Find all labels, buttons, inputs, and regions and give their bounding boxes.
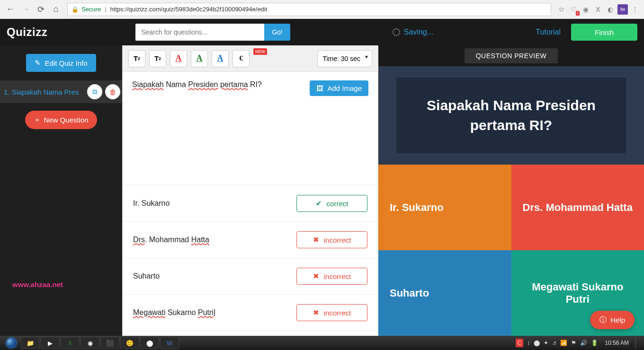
url-text: https://quizizz.com/quiz/5983de0c294b2f1… — [110, 6, 268, 13]
tray-icon[interactable]: C — [516, 339, 524, 347]
lock-icon: 🔒 — [72, 6, 79, 13]
back-button[interactable]: ← — [4, 3, 17, 16]
superscript-button[interactable]: T2 — [128, 50, 145, 67]
preview-header: QUESTION PREVIEW — [378, 45, 644, 66]
tray-signal-icon[interactable]: 📶 — [560, 340, 567, 346]
search-input[interactable] — [135, 24, 264, 41]
plus-icon: ＋ — [34, 115, 41, 124]
ext-icon-x[interactable]: X — [593, 4, 603, 15]
go-button[interactable]: Go! — [264, 24, 290, 41]
main-layout: ✎ Edit Quiz Info 1. Siapakah Nama Pres ⧉… — [0, 45, 644, 336]
search-wrap: Go! — [135, 24, 290, 41]
add-image-button[interactable]: 🖼 Add Image — [310, 80, 368, 96]
question-text[interactable]: Siapakah Nama Presiden pertama RI? — [132, 80, 262, 176]
answer-row: Suharto✖incorrect — [123, 258, 378, 295]
subscript-button[interactable]: T2 — [149, 50, 166, 67]
edit-quiz-info-button[interactable]: ✎ Edit Quiz Info — [26, 54, 96, 72]
tray-volume-icon[interactable]: 🔊 — [580, 340, 587, 346]
taskbar-clock[interactable]: 10:56 AM — [602, 340, 632, 346]
finish-button[interactable]: Finish — [571, 24, 637, 41]
tray-icon[interactable]: ♬ — [552, 340, 556, 346]
saving-indicator: Saving... — [393, 28, 433, 36]
x-icon: ✖ — [313, 236, 319, 244]
preview-option-c: Suharto — [378, 250, 511, 336]
question-editor: T2 T2 A A A € NEW Time: 30 sec Siapakah … — [122, 45, 378, 336]
tutorial-link[interactable]: Tutorial — [536, 28, 561, 36]
tray-icon[interactable]: ⬤ — [534, 340, 540, 346]
browser-chrome: ← → ⟳ ⌂ 🔒 Secure | https://quizizz.com/q… — [0, 0, 644, 19]
forward-button[interactable]: → — [19, 3, 32, 16]
windows-taskbar: 📁 ▶ X ◉ ⬛ 🙂 ⬤ W C ↕ ⬤ ✦ ♬ 📶 ⚑ 🔊 🔋 10:56 … — [0, 336, 644, 350]
preview-option-a: Ir. Sukarno — [378, 165, 511, 250]
taskbar-chrome[interactable]: ◉ — [80, 337, 99, 349]
tray-flag-icon[interactable]: ⚑ — [571, 340, 576, 346]
help-button[interactable]: ⓘ Help — [590, 311, 635, 329]
answer-text[interactable]: Ir. Sukarno — [133, 199, 291, 208]
bookmark-star-icon[interactable]: ☆ — [556, 4, 566, 15]
show-desktop-button[interactable] — [635, 337, 639, 349]
delete-question-button[interactable]: 🗑 — [105, 84, 120, 99]
new-question-button[interactable]: ＋ New Question — [25, 111, 97, 129]
ext-icon-sound[interactable]: ◐ — [605, 4, 616, 15]
taskbar-media[interactable]: ▶ — [41, 337, 60, 349]
question-list-label: 1. Siapakah Nama Pres — [4, 88, 84, 96]
taskbar-app7[interactable]: ⬤ — [140, 337, 159, 349]
system-tray[interactable]: C ↕ ⬤ ✦ ♬ 📶 ⚑ 🔊 🔋 10:56 AM — [516, 337, 641, 349]
check-icon: ✔ — [316, 199, 322, 208]
answer-text[interactable]: Drs. Mohammad Hatta — [133, 236, 291, 244]
sidebar: ✎ Edit Quiz Info 1. Siapakah Nama Pres ⧉… — [0, 45, 122, 336]
answer-row: Drs. Mohammad Hatta✖incorrect — [123, 222, 378, 258]
taskbar-word[interactable]: W — [160, 337, 179, 349]
time-select[interactable]: Time: 30 sec — [317, 50, 372, 67]
secure-label: Secure — [81, 6, 101, 13]
preview-question: Siapakah Nama Presiden pertama RI? — [396, 78, 626, 153]
url-bar[interactable]: 🔒 Secure | https://quizizz.com/quiz/5983… — [67, 3, 551, 16]
logo: Quizizz — [7, 26, 47, 39]
answer-list: Ir. Sukarno✔correctDrs. Mohammad Hatta✖i… — [123, 185, 378, 336]
preview-option-b: Drs. Mohammad Hatta — [511, 165, 644, 250]
tray-battery-icon[interactable]: 🔋 — [591, 340, 598, 346]
new-badge: NEW — [253, 48, 267, 55]
text-green-button[interactable]: A — [191, 50, 208, 67]
app-navbar: Quizizz Go! Saving... Tutorial Finish — [0, 19, 644, 45]
taskbar-app5[interactable]: ⬛ — [100, 337, 119, 349]
preview-tab: QUESTION PREVIEW — [465, 48, 558, 63]
x-icon: ✖ — [313, 308, 319, 317]
menu-icon[interactable]: ⋮ — [630, 4, 640, 15]
question-preview: QUESTION PREVIEW Siapakah Nama Presiden … — [378, 45, 644, 336]
question-list-item[interactable]: 1. Siapakah Nama Pres ⧉ 🗑 — [0, 80, 122, 103]
help-icon: ⓘ — [599, 315, 607, 324]
preview-options-grid: Ir. Sukarno Drs. Mohammad Hatta Suharto … — [378, 165, 644, 336]
taskbar-excel[interactable]: X — [61, 337, 80, 349]
mark-incorrect-button[interactable]: ✖incorrect — [296, 304, 367, 321]
text-blue-button[interactable]: A — [212, 50, 229, 67]
mark-incorrect-button[interactable]: ✖incorrect — [296, 268, 367, 285]
heart-icon[interactable]: ♡1 — [568, 4, 579, 15]
symbol-button[interactable]: € — [233, 50, 250, 67]
text-red-button[interactable]: A — [170, 50, 187, 67]
ext-icon-tw[interactable]: tw — [617, 4, 628, 15]
windows-orb-icon — [6, 338, 17, 348]
taskbar-app6[interactable]: 🙂 — [120, 337, 139, 349]
ext-icon-1[interactable]: ◉ — [581, 4, 591, 15]
reload-button[interactable]: ⟳ — [34, 3, 47, 16]
editor-toolbar: T2 T2 A A A € NEW Time: 30 sec — [123, 45, 378, 72]
answer-text[interactable]: Megawati Sukarno Putri| — [133, 308, 291, 317]
answer-text[interactable]: Suharto — [133, 272, 291, 280]
question-text-area[interactable]: Siapakah Nama Presiden pertama RI? 🖼 Add… — [123, 72, 378, 185]
image-icon: 🖼 — [316, 84, 323, 92]
x-icon: ✖ — [313, 272, 319, 280]
watermark: www.ahzaa.net — [12, 280, 63, 289]
mark-incorrect-button[interactable]: ✖incorrect — [296, 231, 367, 248]
home-button[interactable]: ⌂ — [49, 3, 63, 16]
answer-row: Ir. Sukarno✔correct — [123, 185, 378, 222]
spinner-icon — [393, 28, 400, 36]
edit-icon: ✎ — [35, 59, 41, 67]
mark-correct-button[interactable]: ✔correct — [296, 195, 367, 212]
tray-icon[interactable]: ✦ — [544, 340, 548, 346]
duplicate-question-button[interactable]: ⧉ — [87, 84, 102, 99]
tray-icon[interactable]: ↕ — [527, 340, 530, 346]
start-button[interactable] — [3, 337, 20, 349]
taskbar-explorer[interactable]: 📁 — [21, 337, 40, 349]
answer-row: Megawati Sukarno Putri|✖incorrect — [123, 295, 378, 331]
